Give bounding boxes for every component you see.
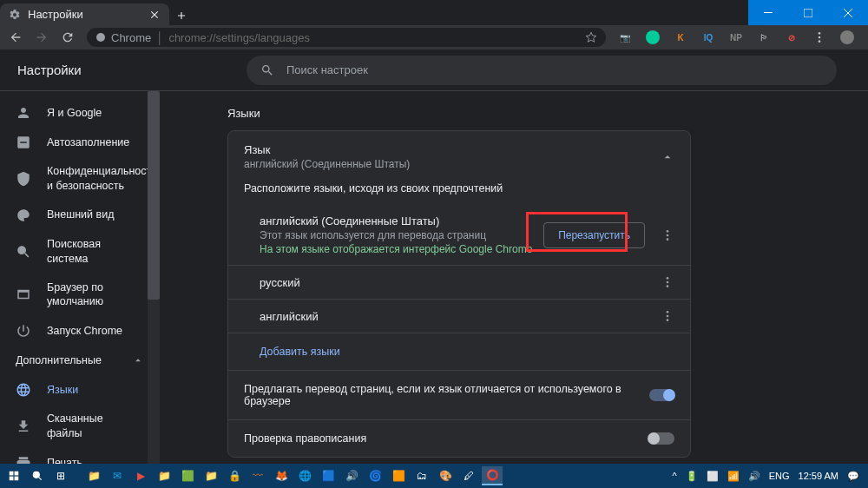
language-row: русский [228,265,690,299]
sidebar-scrollbar[interactable] [148,91,160,488]
taskbar-app[interactable]: 📁 [83,466,104,485]
sidebar-group-advanced[interactable]: Дополнительные [0,346,160,375]
page-title: Настройки [17,63,229,77]
ext-k-icon[interactable]: K [674,30,687,44]
taskbar-app[interactable]: ✉ [107,466,128,485]
language-name: английский (Соединенные Штаты) [260,214,543,228]
close-window-button[interactable] [828,0,868,25]
new-tab-button[interactable] [169,5,194,25]
svg-rect-17 [15,472,19,476]
language-header-title: Язык [244,143,410,156]
taskbar-app[interactable]: 🟧 [388,466,409,485]
more-icon[interactable] [661,228,674,242]
ext-camera-icon[interactable]: 📷 [618,30,632,44]
browser-tab[interactable]: Настройки [0,3,169,25]
tray-chevron-icon[interactable]: ^ [673,471,677,481]
svg-point-20 [33,472,39,478]
language-name: английский [260,310,654,323]
search-placeholder: Поиск настроек [286,63,368,76]
taskbar-app[interactable]: 〰 [247,466,268,485]
start-button[interactable] [3,466,24,485]
taskbar-app[interactable]: 🌐 [294,466,315,485]
svg-point-13 [667,311,669,313]
ext-green-icon[interactable] [646,30,660,44]
svg-point-12 [667,285,669,287]
tray-wifi-icon[interactable]: 📶 [727,471,740,482]
more-icon[interactable] [661,309,674,323]
reload-button[interactable] [61,30,75,44]
tray-battery-icon[interactable]: 🔋 [686,471,698,482]
taskbar-app[interactable]: 📁 [201,466,221,485]
search-input[interactable]: Поиск настроек [247,56,837,85]
section-languages-title: Языки [170,91,868,130]
sidebar-item-autofill[interactable]: Автозаполнение [0,128,144,157]
minimize-button[interactable] [748,0,788,25]
ext-flag-icon[interactable]: 🏳 [757,30,771,44]
taskbar-app[interactable]: 🟦 [318,466,339,485]
ext-block-icon[interactable]: ⊘ [785,30,799,44]
taskbar-app[interactable]: 🖊 [458,466,479,485]
ext-np-icon[interactable]: NP [729,30,743,44]
chrome-icon [95,32,106,43]
close-icon[interactable] [148,9,161,21]
svg-point-11 [667,281,669,284]
translate-offer-row: Предлагать перевод страниц, если их язык… [228,370,690,419]
taskbar-app[interactable]: 🦊 [271,466,292,485]
taskbar-app[interactable]: 🟩 [177,466,198,485]
url-box[interactable]: Chrome│chrome://settings/languages [87,28,606,47]
overflow-icon[interactable] [812,30,826,44]
taskbar-app[interactable]: 🔊 [341,466,362,485]
taskbar-app[interactable]: 🗂 [411,466,432,485]
main-area: Я и Google Автозаполнение Конфиденциальн… [0,91,868,488]
taskbar-app[interactable]: ▶ [130,466,151,485]
maximize-button[interactable] [788,0,828,25]
gear-icon [9,9,21,21]
ext-iq-icon[interactable]: IQ [701,30,715,44]
tray-notifications-icon[interactable]: 💬 [847,471,859,482]
sidebar-item-default-browser[interactable]: Браузер по умолчанию [0,274,144,317]
search-button[interactable] [27,466,48,485]
svg-point-10 [667,277,669,280]
tray-bluetooth-icon[interactable]: ⬜ [707,471,719,482]
taskbar-app[interactable]: 🌀 [365,466,385,485]
tray-clock[interactable]: 12:59 AM [799,471,838,481]
svg-point-7 [667,230,669,233]
language-subtitle: Этот язык используется для перевода стра… [260,229,543,241]
sidebar-item-you-and-google[interactable]: Я и Google [0,98,144,128]
sidebar-item-languages[interactable]: Языки [0,375,144,405]
back-button[interactable] [9,30,23,44]
svg-point-14 [667,315,669,318]
spellcheck-toggle[interactable] [648,432,674,445]
relaunch-button[interactable]: Перезапустить [543,222,645,248]
sidebar-item-on-startup[interactable]: Запуск Chrome [0,316,144,346]
languages-card: Язык английский (Соединенные Штаты) Расп… [227,130,691,458]
language-expand-row[interactable]: Язык английский (Соединенные Штаты) [228,131,690,182]
tray-volume-icon[interactable]: 🔊 [748,471,760,482]
sidebar: Я и Google Автозаполнение Конфиденциальн… [0,91,160,488]
window-controls [748,0,868,25]
tray-language[interactable]: ENG [769,471,790,481]
translate-toggle[interactable] [649,389,674,401]
task-view-button[interactable]: ⊞ [50,466,71,485]
svg-point-3 [819,32,821,35]
taskbar-app[interactable]: 📁 [154,466,174,485]
sidebar-item-appearance[interactable]: Внешний вид [0,201,144,230]
language-header-subtitle: английский (Соединенные Штаты) [244,158,410,170]
windows-taskbar: ⊞ 📁 ✉ ▶ 📁 🟩 📁 🔒 〰 🦊 🌐 🟦 🔊 🌀 🟧 🗂 🎨 🖊 ⭕ ^ … [0,464,868,488]
forward-button[interactable] [35,30,49,44]
sidebar-item-downloads[interactable]: Скачанные файлы [0,405,144,448]
taskbar-app[interactable]: 🔒 [224,466,245,485]
translate-offer-label: Предлагать перевод страниц, если их язык… [244,383,649,407]
sidebar-item-search-engine[interactable]: Поисковая система [0,230,144,274]
taskbar-chrome[interactable]: ⭕ [482,466,503,485]
svg-point-15 [667,319,669,321]
window-titlebar: Настройки [0,0,868,25]
bookmark-icon[interactable] [585,31,597,43]
sidebar-item-privacy[interactable]: Конфиденциальность и безопасность [0,157,144,201]
taskbar-app[interactable]: 🎨 [435,466,456,485]
more-icon[interactable] [661,275,674,289]
language-order-desc: Расположите языки, исходя из своих предп… [228,182,690,205]
add-languages-link[interactable]: Добавить языки [228,333,690,370]
extensions-group: 📷 K IQ NP 🏳 ⊘ [618,30,859,44]
profile-avatar[interactable] [840,30,854,44]
